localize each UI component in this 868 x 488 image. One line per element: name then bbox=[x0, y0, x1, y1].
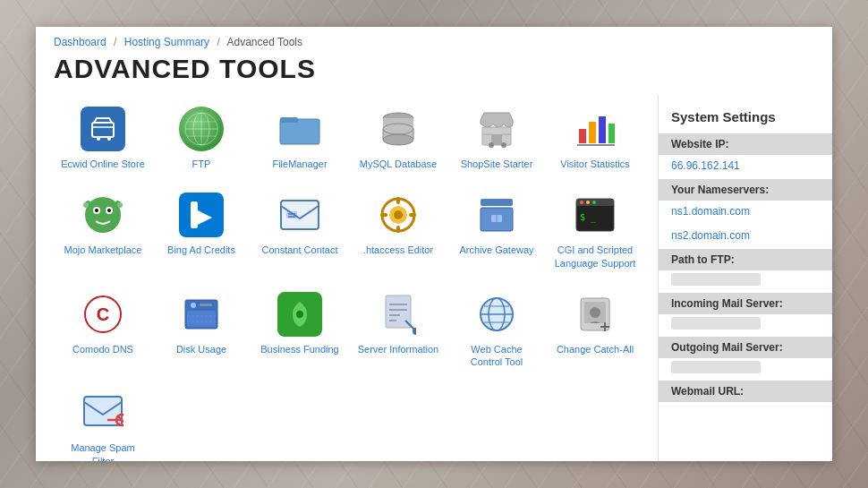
tool-item-change-catchall[interactable]: Change Catch-All bbox=[546, 280, 644, 380]
svg-point-23 bbox=[489, 142, 494, 148]
svg-rect-63 bbox=[187, 311, 216, 327]
svg-rect-10 bbox=[280, 119, 319, 144]
cgi-label: CGI and Scripted Language Support bbox=[553, 244, 637, 270]
breadcrumb-current: Advanced Tools bbox=[226, 36, 302, 48]
main-panel: Dashboard / Hosting Summary / Advanced T… bbox=[36, 27, 832, 461]
svg-text:$ _: $ _ bbox=[580, 212, 597, 223]
change-catchall-label: Change Catch-All bbox=[557, 343, 634, 355]
comodo-label: Comodo DNS bbox=[72, 343, 133, 355]
sidebar-value-5 bbox=[671, 361, 761, 373]
svg-rect-0 bbox=[92, 123, 114, 137]
sidebar-header-1: Your Nameservers: bbox=[659, 179, 832, 201]
tool-item-htaccess[interactable]: .htaccess Editor bbox=[349, 181, 447, 280]
tool-item-mysql[interactable]: MySQL Database bbox=[349, 95, 447, 181]
svg-rect-28 bbox=[608, 124, 615, 143]
sidebar: System Settings Website IP:66.96.162.141… bbox=[658, 95, 832, 461]
mysql-label: MySQL Database bbox=[360, 158, 437, 170]
tool-item-filemanager[interactable]: FileManager bbox=[251, 95, 349, 181]
visitor-stats-label: Visitor Statistics bbox=[560, 158, 629, 170]
svg-rect-49 bbox=[481, 199, 513, 206]
change-catchall-icon bbox=[572, 291, 618, 338]
sidebar-value-0: 66.96.162.141 bbox=[659, 155, 832, 179]
svg-point-57 bbox=[586, 201, 590, 204]
svg-point-24 bbox=[501, 142, 506, 148]
business-funding-label: Business Funding bbox=[260, 343, 338, 355]
page-title: ADVANCED TOOLS bbox=[36, 52, 832, 95]
svg-rect-67 bbox=[200, 304, 212, 306]
constant-contact-icon bbox=[277, 192, 323, 238]
svg-rect-12 bbox=[280, 117, 298, 123]
breadcrumb: Dashboard / Hosting Summary / Advanced T… bbox=[36, 27, 832, 52]
shopsite-icon bbox=[473, 106, 520, 152]
svg-rect-46 bbox=[396, 226, 400, 233]
tool-item-ftp[interactable]: FTP bbox=[152, 95, 251, 181]
disk-usage-icon bbox=[178, 291, 225, 338]
svg-rect-39 bbox=[286, 211, 297, 218]
htaccess-icon bbox=[375, 192, 421, 238]
disk-usage-label: Disk Usage bbox=[176, 343, 226, 355]
sidebar-value-2: ns2.domain.com bbox=[659, 225, 832, 249]
sidebar-header-0: Website IP: bbox=[659, 133, 832, 155]
svg-rect-48 bbox=[409, 213, 416, 217]
sidebar-header-4: Incoming Mail Server: bbox=[659, 293, 832, 314]
mojo-label: Mojo Marketplace bbox=[64, 244, 142, 256]
server-info-icon bbox=[375, 291, 421, 338]
tool-item-web-cache[interactable]: Web Cache Control Tool bbox=[447, 280, 546, 380]
web-cache-label: Web Cache Control Tool bbox=[455, 343, 539, 369]
tool-item-server-info[interactable]: Server Information bbox=[349, 280, 447, 380]
web-cache-icon bbox=[473, 291, 520, 338]
constant-contact-label: Constant Contact bbox=[262, 244, 338, 256]
tool-item-disk-usage[interactable]: Disk Usage bbox=[152, 280, 251, 380]
spam-filter-label: Manage Spam Filter bbox=[61, 441, 145, 461]
mojo-icon bbox=[80, 192, 126, 238]
ftp-icon bbox=[178, 106, 225, 152]
svg-point-15 bbox=[383, 134, 413, 145]
content-area: Ecwid Online Store FTP FileManager bbox=[36, 95, 832, 461]
tool-item-cgi[interactable]: $ _ CGI and Scripted Language Support bbox=[546, 181, 644, 280]
svg-point-58 bbox=[592, 201, 596, 204]
spam-filter-icon bbox=[80, 390, 126, 436]
svg-point-2 bbox=[107, 137, 111, 141]
svg-point-36 bbox=[117, 202, 123, 208]
tool-item-bing-ads[interactable]: Bing Ad Credits bbox=[152, 181, 251, 280]
breadcrumb-hosting[interactable]: Hosting Summary bbox=[124, 36, 209, 48]
tools-section: Ecwid Online Store FTP FileManager bbox=[36, 95, 658, 461]
tool-item-archive-gateway[interactable]: Archive Gateway bbox=[447, 181, 546, 280]
cgi-icon: $ _ bbox=[572, 192, 618, 238]
bing-ads-icon bbox=[178, 192, 225, 238]
comodo-icon: C bbox=[80, 291, 126, 338]
svg-point-34 bbox=[107, 209, 111, 212]
svg-point-82 bbox=[590, 307, 600, 318]
tools-grid: Ecwid Online Store FTP FileManager bbox=[54, 95, 649, 461]
filemanager-label: FileManager bbox=[272, 158, 327, 170]
svg-rect-27 bbox=[599, 116, 606, 143]
ecwid-label: Ecwid Online Store bbox=[61, 158, 145, 170]
bing-ads-label: Bing Ad Credits bbox=[167, 244, 235, 256]
archive-gateway-label: Archive Gateway bbox=[459, 244, 533, 256]
tool-item-comodo[interactable]: C Comodo DNS bbox=[54, 280, 152, 380]
tool-item-ecwid[interactable]: Ecwid Online Store bbox=[54, 95, 152, 181]
mysql-icon bbox=[375, 106, 421, 152]
svg-rect-47 bbox=[380, 213, 387, 217]
tool-item-constant-contact[interactable]: Constant Contact bbox=[251, 181, 349, 280]
tool-item-spam-filter[interactable]: Manage Spam Filter bbox=[54, 379, 152, 461]
svg-point-56 bbox=[580, 201, 583, 204]
tool-item-visitor-stats[interactable]: Visitor Statistics bbox=[546, 95, 644, 181]
archive-gateway-icon bbox=[473, 192, 520, 238]
tool-item-business-funding[interactable]: Business Funding bbox=[251, 280, 349, 380]
sidebar-header-3: Path to FTP: bbox=[659, 249, 832, 270]
ftp-label: FTP bbox=[192, 158, 211, 170]
sidebar-header-5: Outgoing Mail Server: bbox=[659, 337, 832, 358]
svg-rect-26 bbox=[589, 122, 596, 143]
tool-item-mojo[interactable]: Mojo Marketplace bbox=[54, 181, 152, 280]
business-funding-icon bbox=[277, 291, 323, 338]
filemanager-icon bbox=[277, 106, 323, 152]
server-info-label: Server Information bbox=[358, 343, 438, 355]
breadcrumb-dashboard[interactable]: Dashboard bbox=[54, 36, 106, 48]
sidebar-value-3 bbox=[671, 273, 761, 286]
sidebar-rows: Website IP:66.96.162.141Your Nameservers… bbox=[659, 133, 832, 402]
ecwid-icon bbox=[80, 106, 126, 152]
tool-item-shopsite[interactable]: ShopSite Starter bbox=[447, 95, 546, 181]
svg-point-68 bbox=[296, 311, 303, 318]
svg-rect-45 bbox=[396, 197, 400, 204]
